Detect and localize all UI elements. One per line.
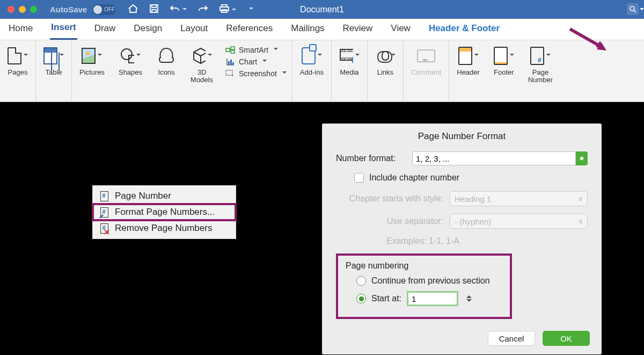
smartart-icon: [225, 46, 235, 54]
menu-format-page-numbers[interactable]: # Format Page Numbers...: [93, 204, 236, 220]
pictures-button[interactable]: Pictures: [75, 45, 109, 76]
tab-references[interactable]: References: [225, 20, 274, 39]
table-icon: [43, 47, 57, 64]
icons-label: Icons: [158, 69, 175, 76]
addins-label: Add-ins: [300, 69, 324, 76]
continue-radio[interactable]: [356, 276, 366, 286]
tab-layout[interactable]: Layout: [179, 20, 209, 39]
shapes-icon: [120, 47, 134, 65]
comment-button: Comment: [407, 45, 445, 76]
tab-review[interactable]: Review: [342, 20, 374, 39]
dialog-title: Page Number Format: [322, 124, 602, 151]
start-at-field[interactable]: [407, 291, 458, 306]
pictures-label: Pictures: [79, 69, 105, 76]
menu-fpn-label: Format Page Numbers...: [115, 207, 215, 218]
footer-button[interactable]: Footer: [489, 45, 518, 76]
svg-rect-1: [152, 5, 156, 8]
ribbon-insert: Pages Table Pictures Shapes Icons 3D Mod…: [0, 40, 644, 102]
tab-view[interactable]: View: [390, 20, 412, 39]
menu-rpn-label: Remove Page Numbers: [115, 223, 212, 234]
undo-icon[interactable]: [170, 4, 187, 15]
format-icon: #: [98, 206, 110, 218]
number-format-label: Number format:: [336, 154, 406, 163]
include-chapter-label: Include chapter number: [369, 173, 459, 183]
svg-rect-2: [152, 10, 156, 12]
links-label: Links: [377, 69, 393, 76]
page-numbering-heading: Page numbering: [346, 261, 503, 271]
menu-remove-page-numbers[interactable]: # Remove Page Numbers: [93, 220, 236, 236]
tab-insert[interactable]: Insert: [50, 19, 77, 40]
page-number-format-dialog: Page Number Format Number format: Includ…: [322, 124, 602, 354]
header-icon: [458, 47, 472, 65]
print-icon[interactable]: [219, 4, 236, 16]
svg-rect-15: [232, 62, 234, 65]
tab-header-footer[interactable]: Header & Footer: [428, 20, 501, 39]
tab-design[interactable]: Design: [133, 20, 163, 39]
svg-line-7: [634, 10, 636, 12]
ok-button[interactable]: OK: [543, 331, 590, 346]
tab-draw[interactable]: Draw: [93, 20, 117, 39]
svg-rect-12: [231, 50, 235, 53]
start-at-radio[interactable]: [356, 294, 366, 303]
search-button[interactable]: [627, 3, 639, 15]
header-button[interactable]: Header: [452, 45, 484, 76]
ribbon-tabs: Home Insert Draw Design Layout Reference…: [0, 19, 644, 40]
page-number-label: Page Number: [528, 69, 553, 84]
number-format-combo[interactable]: [412, 151, 588, 165]
home-icon[interactable]: [128, 4, 138, 16]
media-button[interactable]: Media: [335, 45, 364, 76]
redo-icon[interactable]: [197, 4, 208, 15]
icons-button[interactable]: Icons: [152, 45, 181, 76]
toggle-knob: [93, 5, 102, 14]
smartart-button[interactable]: SmartArt: [223, 45, 289, 55]
screenshot-button[interactable]: +Screenshot: [223, 69, 289, 78]
tab-home[interactable]: Home: [8, 20, 34, 39]
links-button[interactable]: Links: [371, 45, 400, 76]
autosave-label: AutoSave: [50, 5, 87, 14]
page-number-icon: [530, 47, 544, 65]
tab-mailings[interactable]: Mailings: [290, 20, 325, 39]
table-button[interactable]: Table: [39, 45, 68, 76]
autosave-state: OFF: [104, 6, 115, 12]
svg-point-6: [630, 6, 634, 11]
page-icon: [8, 47, 21, 64]
shapes-button[interactable]: Shapes: [114, 45, 147, 76]
screenshot-icon: +: [225, 70, 235, 77]
window-close-dot[interactable]: [8, 6, 14, 13]
comment-label: Comment: [411, 69, 441, 76]
pages-button[interactable]: Pages: [3, 45, 32, 76]
page-icon: #: [98, 190, 110, 202]
cancel-button[interactable]: Cancel: [488, 331, 535, 346]
chart-button[interactable]: Chart: [223, 57, 289, 67]
start-at-label: Start at:: [371, 294, 401, 303]
autosave-toggle[interactable]: OFF: [92, 4, 116, 15]
picture-icon: [82, 48, 96, 64]
combo-step-buttons[interactable]: [576, 151, 588, 165]
addins-button[interactable]: Add-ins: [296, 45, 328, 76]
window-zoom-dot[interactable]: [30, 6, 37, 13]
chapter-style-combo: Heading 1: [450, 191, 588, 206]
separator-combo: - (hyphen): [450, 214, 588, 229]
svg-rect-13: [228, 61, 230, 65]
window-min-dot[interactable]: [19, 6, 26, 13]
3dmodels-button[interactable]: 3D Models: [186, 45, 217, 84]
start-at-stepper[interactable]: [466, 293, 472, 305]
chapter-style-label: Chapter starts with style:: [336, 194, 443, 204]
shapes-label: Shapes: [119, 69, 142, 76]
link-icon: [382, 51, 389, 61]
include-chapter-checkbox[interactable]: [354, 173, 364, 183]
menu-page-number[interactable]: # Page Number: [93, 188, 236, 204]
screenshot-label: Screenshot: [239, 69, 277, 78]
page-number-button[interactable]: Page Number: [524, 45, 557, 84]
table-label: Table: [45, 69, 62, 76]
qat-customize-icon[interactable]: [249, 8, 253, 12]
remove-icon: #: [98, 222, 110, 234]
chevron-down-icon: [640, 8, 644, 12]
svg-rect-10: [226, 48, 230, 52]
3dmodels-label: 3D Models: [191, 69, 213, 84]
smartart-label: SmartArt: [239, 46, 268, 54]
number-format-field[interactable]: [412, 151, 576, 165]
save-icon[interactable]: [149, 4, 159, 16]
header-label: Header: [457, 69, 480, 76]
cube-icon: [192, 47, 206, 65]
